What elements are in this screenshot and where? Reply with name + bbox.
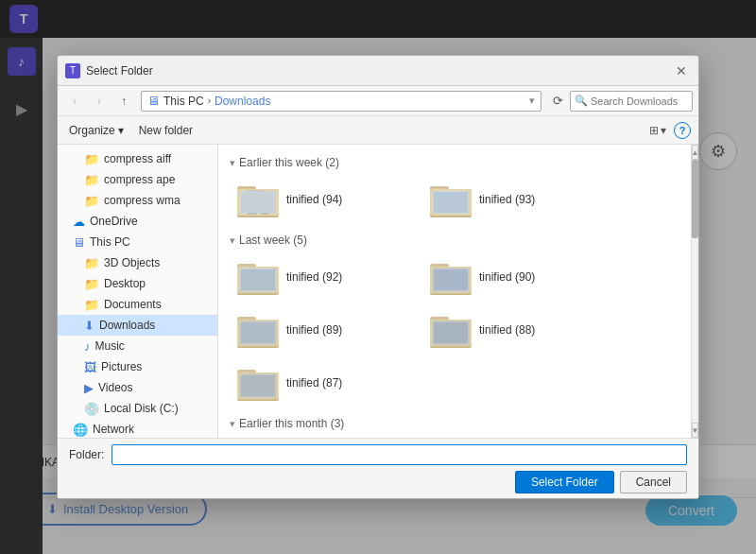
dialog-main-content: Earlier this week (2) — [218, 145, 691, 438]
view-button[interactable]: ⊞ ▾ — [649, 124, 666, 137]
sidebar-item-thispc[interactable]: 🖥 This PC — [58, 232, 217, 252]
file-label: tinified (94) — [286, 193, 342, 206]
sidebar-label: Music — [95, 339, 125, 353]
organize-button[interactable]: Organize ▾ — [65, 122, 128, 139]
section-header-this-week: Earlier this week (2) — [230, 156, 679, 169]
back-button[interactable]: ‹ — [63, 90, 86, 113]
svg-rect-19 — [434, 269, 468, 290]
file-label: tinified (88) — [479, 323, 535, 337]
file-label: tinified (87) — [286, 376, 342, 390]
disk-icon: 💿 — [84, 402, 99, 416]
sidebar-item-desktop[interactable]: 📁 Desktop — [58, 273, 217, 294]
folder-row: Folder: — [69, 444, 687, 465]
section-title: Earlier this month (3) — [239, 417, 344, 430]
section-this-week-grid: tinified (94) tinified (9 — [230, 175, 679, 224]
file-dialog: T Select Folder ✕ ‹ › ↑ 🖥 This PC › Down… — [57, 55, 699, 499]
folder-thumbnail-icon — [237, 182, 279, 217]
scroll-up-button[interactable]: ▲ — [692, 145, 698, 160]
help-button[interactable]: ? — [674, 122, 691, 139]
computer-icon: 🖥 — [147, 94, 160, 108]
music-icon: ♪ — [84, 339, 91, 354]
sidebar-item-network[interactable]: 🌐 Network — [58, 419, 217, 438]
file-item[interactable]: tinified (87) — [230, 358, 419, 407]
folder-thumbnail-icon — [430, 312, 472, 348]
folder-icon: 📁 — [84, 173, 99, 187]
file-item[interactable]: tinified (94) — [230, 175, 419, 224]
scroll-thumb[interactable] — [692, 160, 698, 238]
organize-label: Organize — [69, 124, 115, 137]
sidebar-item-pictures[interactable]: 🖼 Pictures — [58, 356, 217, 377]
select-folder-button[interactable]: Select Folder — [515, 471, 614, 493]
folder-input[interactable] — [112, 444, 687, 465]
section-title: Earlier this week (2) — [239, 156, 339, 169]
sidebar-item-downloads[interactable]: ⬇ Downloads — [58, 315, 217, 336]
sidebar-label: Downloads — [99, 319, 155, 332]
address-downloads: Downloads — [215, 95, 270, 108]
svg-rect-4 — [241, 192, 275, 213]
footer-buttons: Select Folder Cancel — [69, 471, 687, 493]
dialog-titlebar: T Select Folder ✕ — [58, 56, 698, 86]
folder-icon: 📁 — [84, 152, 99, 166]
file-label: tinified (92) — [286, 270, 342, 284]
dialog-sidebar: 📁 compress aiff 📁 compress ape 📁 compres… — [58, 145, 218, 438]
dialog-nav-toolbar: ‹ › ↑ 🖥 This PC › Downloads ▾ ⟳ 🔍 — [58, 86, 698, 116]
sidebar-label: Network — [93, 423, 134, 436]
cloud-icon: ☁ — [73, 215, 85, 229]
file-label: tinified (90) — [479, 270, 535, 284]
folder-thumbnail-icon — [430, 259, 472, 295]
file-item[interactable]: tinified (92) — [230, 252, 419, 302]
sidebar-item-compress-wma[interactable]: 📁 compress wma — [58, 190, 217, 211]
sidebar-label: 3D Objects — [104, 256, 160, 269]
sidebar-label: OneDrive — [90, 215, 138, 228]
forward-button[interactable]: › — [88, 90, 111, 113]
view-icon: ⊞ — [649, 124, 659, 137]
search-input[interactable] — [591, 95, 688, 107]
sidebar-label: Videos — [98, 381, 132, 394]
address-bar[interactable]: 🖥 This PC › Downloads ▾ — [141, 91, 541, 112]
folder-label: Folder: — [69, 448, 104, 461]
sidebar-label: Local Disk (C:) — [104, 402, 179, 415]
sidebar-item-compress-ape[interactable]: 📁 compress ape — [58, 169, 217, 190]
folder-thumbnail-icon — [237, 365, 279, 401]
dialog-close-button[interactable]: ✕ — [672, 61, 691, 80]
file-label: tinified (93) — [479, 193, 535, 206]
section-header-last-week: Last week (5) — [230, 234, 679, 247]
search-bar[interactable]: 🔍 — [570, 91, 693, 112]
sidebar-item-music[interactable]: ♪ Music — [58, 336, 217, 356]
sidebar-item-compress-aiff[interactable]: 📁 compress aiff — [58, 148, 217, 169]
pictures-icon: 🖼 — [84, 360, 96, 374]
file-label: tinified (89) — [286, 323, 342, 337]
dialog-title-icon: T — [65, 63, 80, 78]
folder-thumbnail-icon — [237, 312, 279, 348]
dialog-footer: Folder: Select Folder Cancel — [58, 438, 698, 498]
file-item[interactable]: tinified (93) — [422, 175, 611, 224]
svg-rect-9 — [434, 192, 468, 213]
folder-icon: 📁 — [84, 194, 99, 208]
address-dropdown-icon[interactable]: ▾ — [529, 95, 535, 107]
svg-rect-14 — [241, 269, 275, 290]
vertical-scrollbar[interactable]: ▲ ▼ — [691, 145, 698, 438]
cancel-button[interactable]: Cancel — [620, 471, 687, 493]
sidebar-item-localdisk[interactable]: 💿 Local Disk (C:) — [58, 398, 217, 419]
file-item[interactable]: tinified (89) — [230, 305, 419, 355]
dialog-overlay: T Select Folder ✕ ‹ › ↑ 🖥 This PC › Down… — [0, 0, 756, 554]
sidebar-label: Documents — [104, 298, 162, 311]
search-icon: 🔍 — [575, 95, 588, 107]
file-item[interactable]: tinified (88) — [422, 305, 611, 355]
up-button[interactable]: ↑ — [112, 90, 135, 113]
sidebar-item-onedrive[interactable]: ☁ OneDrive — [58, 211, 217, 232]
sidebar-label: compress wma — [104, 194, 180, 207]
sidebar-item-videos[interactable]: ▶ Videos — [58, 377, 217, 398]
network-icon: 🌐 — [73, 423, 88, 437]
organize-arrow-icon: ▾ — [118, 124, 124, 137]
sidebar-item-documents[interactable]: 📁 Documents — [58, 294, 217, 315]
folder-icon: 📁 — [84, 277, 99, 291]
scroll-down-button[interactable]: ▼ — [692, 423, 698, 438]
sidebar-label: This PC — [90, 235, 130, 249]
new-folder-button[interactable]: New folder — [135, 122, 197, 139]
sidebar-item-3dobjects[interactable]: 📁 3D Objects — [58, 252, 217, 273]
folder-thumbnail-icon — [237, 259, 279, 295]
scroll-track — [692, 160, 698, 423]
refresh-button[interactable]: ⟳ — [547, 91, 568, 112]
file-item[interactable]: tinified (90) — [422, 252, 611, 302]
